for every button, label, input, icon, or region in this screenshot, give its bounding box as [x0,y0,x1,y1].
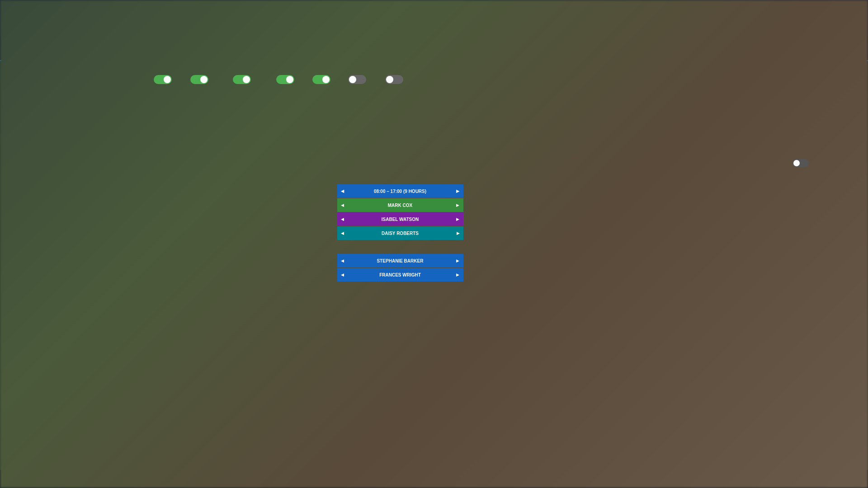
day-sunday-toggle[interactable] [385,75,403,84]
c1-bar-text: MARK COX [388,203,412,208]
c5-bar[interactable]: ◀ STEPHANIE BARKER ▶ [337,254,463,268]
day-tuesday-toggle[interactable] [190,75,208,84]
schedule-shared-toggle[interactable] [793,159,809,167]
c5-bar-right: ▶ [456,258,459,263]
c3-bar-left: ◀ [341,231,344,235]
c6-bar-left: ◀ [341,272,344,277]
day-monday-toggle[interactable] [154,75,172,84]
day-thursday-toggle[interactable] [276,75,294,84]
oh-bar-text: 08:00 – 17:00 (9 HOURS) [374,189,426,194]
c3-bar-text: DAISY ROBERTS [382,231,419,236]
c1-bar-left: ◀ [341,203,344,207]
c6-bar[interactable]: ◀ FRANCES WRIGHT ▶ [337,268,463,282]
c1-bar-right: ▶ [456,203,459,207]
oh-bar-label: ◀ [341,189,344,193]
oh-bar-right: ▶ [456,189,459,193]
c6-bar-right: ▶ [456,272,459,277]
c3-bar-right: ▶ [457,231,460,235]
c3-bar[interactable]: ◀ DAISY ROBERTS ▶ [337,226,463,240]
c5-bar-left: ◀ [341,258,344,263]
c6-bar-text: FRANCES WRIGHT [379,272,421,277]
day-wednesday-toggle[interactable] [233,75,251,84]
c2-bar-left: ◀ [341,217,344,221]
c2-bar[interactable]: ◀ ISABEL WATSON ▶ [337,212,463,226]
day-saturday-toggle[interactable] [348,75,366,84]
c2-bar-text: ISABEL WATSON [382,217,419,222]
c5-bar-text: STEPHANIE BARKER [377,258,424,263]
oh-bar-cell[interactable]: ◀ 08:00 – 17:00 (9 HOURS) ▶ [337,184,463,198]
c2-bar-right: ▶ [456,217,459,221]
day-friday-toggle[interactable] [312,75,330,84]
c1-bar[interactable]: ◀ MARK COX ▶ [337,198,463,212]
